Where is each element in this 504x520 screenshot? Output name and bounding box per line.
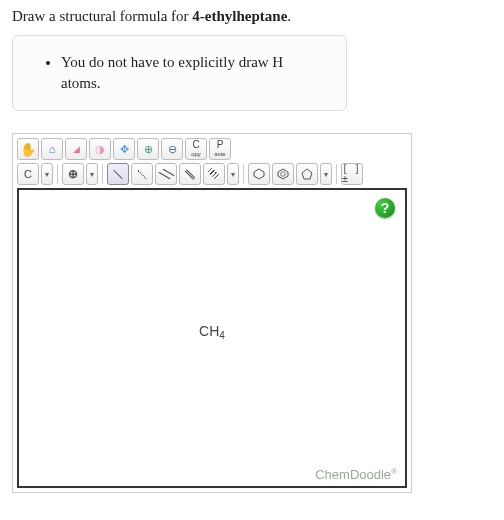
toolbar-row-1: ✋ ⌂ ◢ ◑ ✥ ⊕ ⊖ Copy Paste xyxy=(17,138,407,160)
element-label: C xyxy=(24,169,32,180)
separator xyxy=(336,164,337,184)
question-prompt: Draw a structural formula for 4-ethylhep… xyxy=(12,8,492,25)
paste-button[interactable]: Paste xyxy=(209,138,231,160)
zoom-in-icon: ⊕ xyxy=(144,144,153,155)
eraser-icon: ◢ xyxy=(73,145,80,154)
zoom-out-button[interactable]: ⊖ xyxy=(161,138,183,160)
dotted-bond-tool[interactable] xyxy=(131,163,153,185)
svg-marker-0 xyxy=(254,169,264,179)
prompt-pre: Draw a structural formula for xyxy=(12,8,192,24)
hash-bond-icon xyxy=(208,168,221,181)
separator xyxy=(243,164,244,184)
bracket-icon: [ ]± xyxy=(342,164,362,184)
bond-dropdown[interactable]: ▼ xyxy=(227,163,239,185)
molecule-label[interactable]: CH4 xyxy=(199,323,225,342)
bond-icon xyxy=(113,169,122,178)
charge-button[interactable]: ⊕ xyxy=(62,163,84,185)
single-bond-tool[interactable] xyxy=(107,163,129,185)
hash-bond-tool[interactable] xyxy=(203,163,225,185)
chevron-down-icon: ▼ xyxy=(323,171,330,178)
dotted-bond-icon xyxy=(137,169,146,178)
double-bond-tool[interactable] xyxy=(179,163,201,185)
cyclohexane-tool[interactable] xyxy=(248,163,270,185)
recessed-bond-icon xyxy=(158,169,174,180)
drawing-canvas[interactable]: ? CH4 ChemDoodle® xyxy=(17,188,407,488)
chevron-down-icon: ▼ xyxy=(89,171,96,178)
paste-label: Paste xyxy=(214,140,225,158)
move-tool[interactable]: ✥ xyxy=(113,138,135,160)
benzene-icon xyxy=(277,168,289,180)
toolbar-row-2: C ▼ ⊕ ▼ ▼ ▼ [ ]± xyxy=(17,163,407,185)
prompt-compound: 4-ethylheptane xyxy=(192,8,287,24)
ring-dropdown[interactable]: ▼ xyxy=(320,163,332,185)
hand-icon: ✋ xyxy=(20,143,36,156)
element-button[interactable]: C xyxy=(17,163,39,185)
formula-base: CH xyxy=(199,323,219,339)
hexagon-icon xyxy=(253,168,265,180)
lasso-icon: ◑ xyxy=(95,144,105,155)
svg-marker-3 xyxy=(302,169,312,179)
pentagon-icon xyxy=(301,168,313,180)
bracket-tool[interactable]: [ ]± xyxy=(341,163,363,185)
hint-box: You do not have to explicitly draw H ato… xyxy=(12,35,347,111)
separator xyxy=(102,164,103,184)
prompt-post: . xyxy=(287,8,291,24)
separator xyxy=(57,164,58,184)
charge-icon: ⊕ xyxy=(68,168,78,180)
svg-point-2 xyxy=(281,172,286,177)
chevron-down-icon: ▼ xyxy=(44,171,51,178)
chevron-down-icon: ▼ xyxy=(230,171,237,178)
zoom-out-icon: ⊖ xyxy=(168,144,177,155)
help-icon: ? xyxy=(381,200,390,216)
lasso-tool[interactable]: ◑ xyxy=(89,138,111,160)
zoom-in-button[interactable]: ⊕ xyxy=(137,138,159,160)
element-dropdown[interactable]: ▼ xyxy=(41,163,53,185)
move-icon: ✥ xyxy=(120,144,129,155)
hand-tool[interactable]: ✋ xyxy=(17,138,39,160)
home-icon: ⌂ xyxy=(49,144,56,155)
charge-dropdown[interactable]: ▼ xyxy=(86,163,98,185)
recessed-bond-tool[interactable] xyxy=(155,163,177,185)
formula-sub: 4 xyxy=(219,330,225,341)
copy-label: Copy xyxy=(191,140,201,158)
svg-marker-1 xyxy=(278,169,288,179)
eraser-tool[interactable]: ◢ xyxy=(65,138,87,160)
hint-item: You do not have to explicitly draw H ato… xyxy=(61,52,326,94)
double-bond-icon xyxy=(185,169,196,180)
cyclopentane-tool[interactable] xyxy=(296,163,318,185)
help-button[interactable]: ? xyxy=(375,198,395,218)
home-button[interactable]: ⌂ xyxy=(41,138,63,160)
copy-button[interactable]: Copy xyxy=(185,138,207,160)
chemdoodle-editor: ✋ ⌂ ◢ ◑ ✥ ⊕ ⊖ Copy Paste C ▼ ⊕ ▼ ▼ xyxy=(12,133,412,493)
brand-label: ChemDoodle® xyxy=(315,467,397,482)
benzene-tool[interactable] xyxy=(272,163,294,185)
